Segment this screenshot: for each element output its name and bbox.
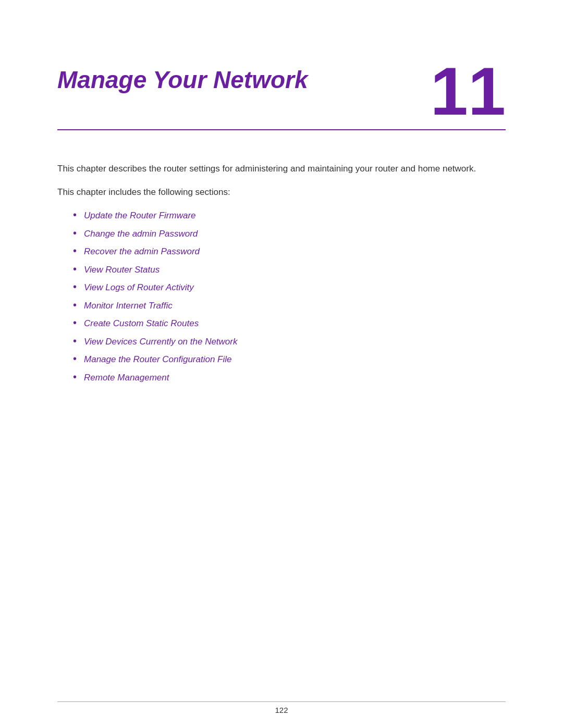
bullet-icon: • (73, 262, 77, 276)
toc-list-item: •View Logs of Router Activity (73, 279, 506, 294)
toc-list-item: •Remote Management (73, 369, 506, 385)
bullet-icon: • (73, 298, 77, 312)
toc-link[interactable]: Change the admin Password (84, 227, 198, 241)
bullet-icon: • (73, 334, 77, 348)
chapter-title-row: Manage Your Network 11 (57, 63, 506, 125)
toc-link[interactable]: View Logs of Router Activity (84, 281, 194, 294)
toc-link[interactable]: Monitor Internet Traffic (84, 299, 173, 313)
toc-list-item: •Update the Router Firmware (73, 207, 506, 223)
toc-list-item: •Create Custom Static Routes (73, 315, 506, 330)
bullet-icon: • (73, 226, 77, 240)
page: Manage Your Network 11 This chapter desc… (0, 0, 563, 728)
bullet-icon: • (73, 207, 77, 222)
bullet-icon: • (73, 315, 77, 330)
content-area: Manage Your Network 11 This chapter desc… (0, 0, 563, 429)
bullet-icon: • (73, 243, 77, 258)
bottom-divider (57, 701, 506, 702)
intro-paragraph-1: This chapter describes the router settin… (57, 162, 506, 176)
page-number: 122 (275, 706, 288, 714)
bullet-icon: • (73, 279, 77, 294)
toc-list-item: •View Devices Currently on the Network (73, 334, 506, 349)
toc-link[interactable]: Create Custom Static Routes (84, 317, 199, 330)
chapter-divider (57, 129, 506, 130)
toc-list-item: •Change the admin Password (73, 226, 506, 241)
intro-paragraph-2: This chapter includes the following sect… (57, 185, 506, 199)
toc-list-item: •Recover the admin Password (73, 243, 506, 258)
toc-link[interactable]: Remote Management (84, 371, 169, 385)
toc-list: •Update the Router Firmware•Change the a… (73, 207, 506, 384)
toc-link[interactable]: View Devices Currently on the Network (84, 335, 237, 349)
chapter-header: Manage Your Network 11 (57, 63, 506, 130)
bullet-icon: • (73, 369, 77, 384)
toc-list-item: •Manage the Router Configuration File (73, 351, 506, 366)
bullet-icon: • (73, 351, 77, 366)
toc-link[interactable]: View Router Status (84, 263, 160, 277)
toc-link[interactable]: Update the Router Firmware (84, 209, 195, 223)
toc-link[interactable]: Recover the admin Password (84, 245, 200, 258)
chapter-number: 11 (430, 57, 506, 125)
toc-list-item: •Monitor Internet Traffic (73, 298, 506, 313)
chapter-title: Manage Your Network (57, 63, 308, 93)
toc-list-item: •View Router Status (73, 262, 506, 277)
toc-link[interactable]: Manage the Router Configuration File (84, 353, 232, 366)
